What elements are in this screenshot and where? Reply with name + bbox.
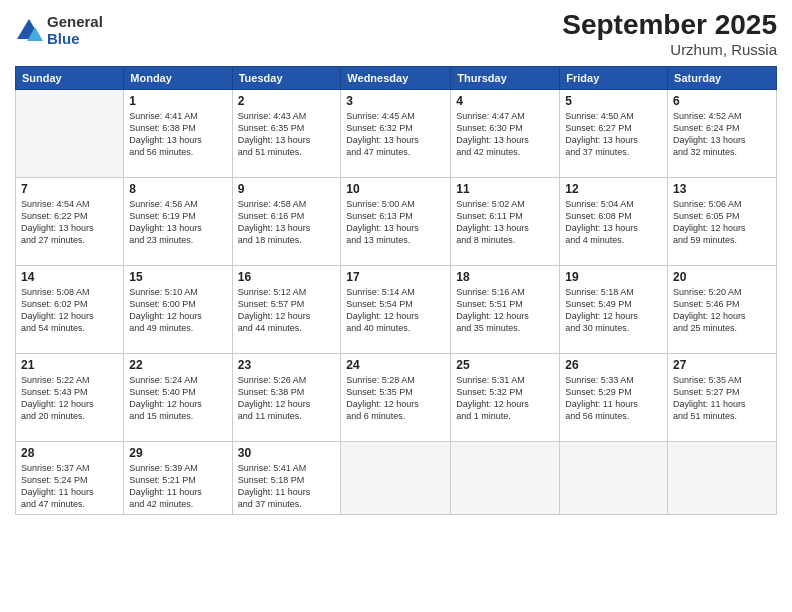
calendar-cell: 25Sunrise: 5:31 AM Sunset: 5:32 PM Dayli… xyxy=(451,353,560,441)
day-number: 27 xyxy=(673,358,771,372)
week-row-5: 28Sunrise: 5:37 AM Sunset: 5:24 PM Dayli… xyxy=(16,441,777,515)
day-info: Sunrise: 5:31 AM Sunset: 5:32 PM Dayligh… xyxy=(456,374,554,423)
calendar-cell: 4Sunrise: 4:47 AM Sunset: 6:30 PM Daylig… xyxy=(451,89,560,177)
calendar-cell: 8Sunrise: 4:56 AM Sunset: 6:19 PM Daylig… xyxy=(124,177,232,265)
week-row-1: 1Sunrise: 4:41 AM Sunset: 6:38 PM Daylig… xyxy=(16,89,777,177)
day-info: Sunrise: 5:00 AM Sunset: 6:13 PM Dayligh… xyxy=(346,198,445,247)
day-number: 8 xyxy=(129,182,226,196)
calendar-cell xyxy=(341,441,451,515)
day-info: Sunrise: 5:12 AM Sunset: 5:57 PM Dayligh… xyxy=(238,286,336,335)
header-cell-thursday: Thursday xyxy=(451,66,560,89)
day-info: Sunrise: 5:04 AM Sunset: 6:08 PM Dayligh… xyxy=(565,198,662,247)
calendar-cell: 22Sunrise: 5:24 AM Sunset: 5:40 PM Dayli… xyxy=(124,353,232,441)
day-number: 30 xyxy=(238,446,336,460)
header-row: SundayMondayTuesdayWednesdayThursdayFrid… xyxy=(16,66,777,89)
day-info: Sunrise: 5:24 AM Sunset: 5:40 PM Dayligh… xyxy=(129,374,226,423)
day-number: 12 xyxy=(565,182,662,196)
week-row-3: 14Sunrise: 5:08 AM Sunset: 6:02 PM Dayli… xyxy=(16,265,777,353)
day-info: Sunrise: 5:39 AM Sunset: 5:21 PM Dayligh… xyxy=(129,462,226,511)
day-number: 29 xyxy=(129,446,226,460)
calendar-cell: 1Sunrise: 4:41 AM Sunset: 6:38 PM Daylig… xyxy=(124,89,232,177)
calendar-cell: 6Sunrise: 4:52 AM Sunset: 6:24 PM Daylig… xyxy=(668,89,777,177)
day-info: Sunrise: 5:35 AM Sunset: 5:27 PM Dayligh… xyxy=(673,374,771,423)
day-info: Sunrise: 5:28 AM Sunset: 5:35 PM Dayligh… xyxy=(346,374,445,423)
day-number: 2 xyxy=(238,94,336,108)
day-number: 9 xyxy=(238,182,336,196)
calendar-cell: 5Sunrise: 4:50 AM Sunset: 6:27 PM Daylig… xyxy=(560,89,668,177)
calendar-cell: 12Sunrise: 5:04 AM Sunset: 6:08 PM Dayli… xyxy=(560,177,668,265)
header-cell-friday: Friday xyxy=(560,66,668,89)
day-number: 7 xyxy=(21,182,118,196)
calendar-cell: 19Sunrise: 5:18 AM Sunset: 5:49 PM Dayli… xyxy=(560,265,668,353)
calendar-cell: 29Sunrise: 5:39 AM Sunset: 5:21 PM Dayli… xyxy=(124,441,232,515)
day-info: Sunrise: 5:10 AM Sunset: 6:00 PM Dayligh… xyxy=(129,286,226,335)
day-info: Sunrise: 5:06 AM Sunset: 6:05 PM Dayligh… xyxy=(673,198,771,247)
header-cell-tuesday: Tuesday xyxy=(232,66,341,89)
day-number: 11 xyxy=(456,182,554,196)
calendar-table: SundayMondayTuesdayWednesdayThursdayFrid… xyxy=(15,66,777,516)
day-number: 23 xyxy=(238,358,336,372)
day-info: Sunrise: 5:37 AM Sunset: 5:24 PM Dayligh… xyxy=(21,462,118,511)
calendar-cell: 16Sunrise: 5:12 AM Sunset: 5:57 PM Dayli… xyxy=(232,265,341,353)
calendar-cell: 15Sunrise: 5:10 AM Sunset: 6:00 PM Dayli… xyxy=(124,265,232,353)
calendar-cell: 27Sunrise: 5:35 AM Sunset: 5:27 PM Dayli… xyxy=(668,353,777,441)
calendar-cell: 30Sunrise: 5:41 AM Sunset: 5:18 PM Dayli… xyxy=(232,441,341,515)
calendar-header: SundayMondayTuesdayWednesdayThursdayFrid… xyxy=(16,66,777,89)
day-info: Sunrise: 5:02 AM Sunset: 6:11 PM Dayligh… xyxy=(456,198,554,247)
day-info: Sunrise: 4:43 AM Sunset: 6:35 PM Dayligh… xyxy=(238,110,336,159)
day-info: Sunrise: 4:47 AM Sunset: 6:30 PM Dayligh… xyxy=(456,110,554,159)
day-number: 22 xyxy=(129,358,226,372)
calendar-cell xyxy=(668,441,777,515)
calendar-cell: 11Sunrise: 5:02 AM Sunset: 6:11 PM Dayli… xyxy=(451,177,560,265)
day-number: 24 xyxy=(346,358,445,372)
day-number: 14 xyxy=(21,270,118,284)
header-cell-saturday: Saturday xyxy=(668,66,777,89)
day-info: Sunrise: 4:50 AM Sunset: 6:27 PM Dayligh… xyxy=(565,110,662,159)
day-info: Sunrise: 4:45 AM Sunset: 6:32 PM Dayligh… xyxy=(346,110,445,159)
day-info: Sunrise: 5:22 AM Sunset: 5:43 PM Dayligh… xyxy=(21,374,118,423)
title-block: September 2025 Urzhum, Russia xyxy=(562,10,777,58)
calendar-cell: 28Sunrise: 5:37 AM Sunset: 5:24 PM Dayli… xyxy=(16,441,124,515)
day-info: Sunrise: 4:41 AM Sunset: 6:38 PM Dayligh… xyxy=(129,110,226,159)
calendar-cell: 21Sunrise: 5:22 AM Sunset: 5:43 PM Dayli… xyxy=(16,353,124,441)
day-info: Sunrise: 5:08 AM Sunset: 6:02 PM Dayligh… xyxy=(21,286,118,335)
day-number: 17 xyxy=(346,270,445,284)
day-number: 3 xyxy=(346,94,445,108)
page: General Blue September 2025 Urzhum, Russ… xyxy=(0,0,792,612)
logo-general: General xyxy=(47,14,103,31)
day-number: 25 xyxy=(456,358,554,372)
day-number: 15 xyxy=(129,270,226,284)
calendar-cell: 9Sunrise: 4:58 AM Sunset: 6:16 PM Daylig… xyxy=(232,177,341,265)
header-cell-monday: Monday xyxy=(124,66,232,89)
week-row-4: 21Sunrise: 5:22 AM Sunset: 5:43 PM Dayli… xyxy=(16,353,777,441)
day-number: 19 xyxy=(565,270,662,284)
calendar-cell: 18Sunrise: 5:16 AM Sunset: 5:51 PM Dayli… xyxy=(451,265,560,353)
day-info: Sunrise: 5:20 AM Sunset: 5:46 PM Dayligh… xyxy=(673,286,771,335)
day-info: Sunrise: 4:52 AM Sunset: 6:24 PM Dayligh… xyxy=(673,110,771,159)
page-title: September 2025 xyxy=(562,10,777,41)
day-info: Sunrise: 5:14 AM Sunset: 5:54 PM Dayligh… xyxy=(346,286,445,335)
header: General Blue September 2025 Urzhum, Russ… xyxy=(15,10,777,58)
header-cell-wednesday: Wednesday xyxy=(341,66,451,89)
page-subtitle: Urzhum, Russia xyxy=(562,41,777,58)
day-info: Sunrise: 5:26 AM Sunset: 5:38 PM Dayligh… xyxy=(238,374,336,423)
calendar-cell: 17Sunrise: 5:14 AM Sunset: 5:54 PM Dayli… xyxy=(341,265,451,353)
calendar-cell xyxy=(16,89,124,177)
day-info: Sunrise: 5:16 AM Sunset: 5:51 PM Dayligh… xyxy=(456,286,554,335)
day-info: Sunrise: 4:56 AM Sunset: 6:19 PM Dayligh… xyxy=(129,198,226,247)
calendar-cell: 2Sunrise: 4:43 AM Sunset: 6:35 PM Daylig… xyxy=(232,89,341,177)
day-info: Sunrise: 5:33 AM Sunset: 5:29 PM Dayligh… xyxy=(565,374,662,423)
calendar-cell: 3Sunrise: 4:45 AM Sunset: 6:32 PM Daylig… xyxy=(341,89,451,177)
calendar-body: 1Sunrise: 4:41 AM Sunset: 6:38 PM Daylig… xyxy=(16,89,777,515)
calendar-cell: 14Sunrise: 5:08 AM Sunset: 6:02 PM Dayli… xyxy=(16,265,124,353)
day-number: 16 xyxy=(238,270,336,284)
calendar-cell: 7Sunrise: 4:54 AM Sunset: 6:22 PM Daylig… xyxy=(16,177,124,265)
day-info: Sunrise: 4:58 AM Sunset: 6:16 PM Dayligh… xyxy=(238,198,336,247)
day-number: 18 xyxy=(456,270,554,284)
day-info: Sunrise: 4:54 AM Sunset: 6:22 PM Dayligh… xyxy=(21,198,118,247)
day-info: Sunrise: 5:18 AM Sunset: 5:49 PM Dayligh… xyxy=(565,286,662,335)
logo-icon xyxy=(15,17,43,45)
day-number: 28 xyxy=(21,446,118,460)
calendar-cell xyxy=(560,441,668,515)
day-number: 5 xyxy=(565,94,662,108)
